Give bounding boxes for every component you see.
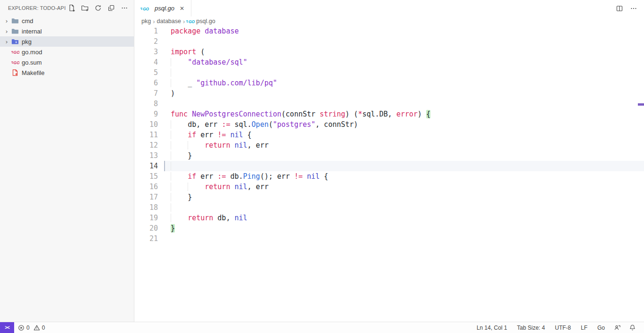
more-actions-icon[interactable] (120, 3, 129, 13)
code-line[interactable]: 15 if err := db.Ping(); err != nil { (134, 171, 644, 182)
line-number: 16 (134, 182, 158, 192)
go-file-icon: GO (141, 5, 149, 12)
svg-text:GO: GO (13, 50, 19, 55)
gutter-spacer (158, 150, 164, 161)
code-line[interactable]: 11 if err != nil { (134, 130, 644, 140)
error-count: 0 (26, 325, 30, 331)
breadcrumb-item-pkg[interactable]: pkg (141, 18, 151, 25)
code-line-content: if err := db.Ping(); err != nil { (164, 171, 644, 182)
gutter-spacer (158, 109, 164, 119)
new-file-icon[interactable] (67, 3, 76, 13)
code-line[interactable]: 18 (134, 202, 644, 213)
split-editor-icon[interactable] (616, 5, 623, 12)
breadcrumb-item-database[interactable]: database (157, 18, 181, 25)
file-tree: ›cmd›internal›pkgGOgo.modGOgo.sumMakefil… (0, 16, 134, 322)
tree-item-pkg[interactable]: ›pkg (0, 36, 134, 47)
remote-indicator-button[interactable]: >< (0, 322, 14, 333)
code-line-content: db, err := sql.Open("postgres", connStr) (164, 119, 644, 130)
tree-item-go-mod[interactable]: GOgo.mod (0, 47, 134, 57)
code-line[interactable]: 17 } (134, 192, 644, 202)
line-number: 19 (134, 213, 158, 223)
code-line-content (164, 161, 644, 171)
feedback-icon[interactable] (611, 322, 623, 333)
gutter-spacer (158, 233, 164, 244)
chevron-right-icon: › (3, 38, 10, 45)
new-folder-icon[interactable] (80, 3, 90, 13)
tab-close-icon[interactable]: ✕ (178, 4, 186, 13)
breadcrumb-item-psql-go[interactable]: GO psql.go (187, 17, 215, 25)
language-mode[interactable]: Go (594, 322, 608, 333)
code-editor[interactable]: 1package database23import (4 "database/s… (134, 26, 644, 322)
code-line-content: package database (164, 26, 644, 36)
line-number: 13 (134, 150, 158, 161)
code-line[interactable]: 21 (134, 233, 644, 244)
code-line[interactable]: 8 (134, 99, 644, 109)
gutter-spacer (158, 213, 164, 223)
overview-ruler-decoration (638, 103, 644, 106)
code-line[interactable]: 13 } (134, 150, 644, 161)
problems-button[interactable]: 0 0 (14, 322, 49, 333)
breadcrumb: pkg › database › GO psql.go (134, 17, 644, 26)
chevron-right-icon: › (183, 18, 185, 25)
line-number: 10 (134, 119, 158, 130)
tree-item-cmd[interactable]: ›cmd (0, 16, 134, 26)
warning-icon (33, 325, 40, 331)
gutter-spacer (158, 171, 164, 182)
line-number: 7 (134, 88, 158, 99)
line-number: 3 (134, 47, 158, 57)
editor-more-actions-icon[interactable] (630, 5, 637, 12)
explorer-header: EXPLORER: TODO-API (0, 0, 134, 16)
notifications-bell-icon[interactable] (627, 322, 638, 333)
editor-group: GO psql.go ✕ (134, 0, 644, 322)
code-line[interactable]: 5 (134, 67, 644, 78)
line-number: 20 (134, 223, 158, 233)
makefile-icon (11, 69, 19, 76)
code-line-content: if err != nil { (164, 130, 644, 140)
tree-item-makefile[interactable]: Makefile (0, 67, 134, 78)
code-line-content (164, 36, 644, 47)
line-number: 2 (134, 36, 158, 47)
tree-item-go-sum[interactable]: GOgo.sum (0, 57, 134, 67)
tree-item-label: Makefile (22, 69, 44, 76)
code-line-content: return db, nil (164, 213, 644, 223)
code-line[interactable]: 16 return nil, err (134, 182, 644, 192)
eol-sequence[interactable]: LF (578, 322, 591, 333)
code-line[interactable]: 1package database (134, 26, 644, 36)
tab-bar: GO psql.go ✕ (134, 0, 644, 17)
go-file-icon: GO (187, 17, 194, 25)
tree-item-label: cmd (22, 17, 33, 25)
code-line[interactable]: 6 _ "github.com/lib/pq" (134, 78, 644, 88)
line-number: 14 (134, 161, 158, 171)
tab-psql-go[interactable]: GO psql.go ✕ (134, 0, 191, 17)
error-icon (18, 325, 25, 331)
code-line[interactable]: 20} (134, 223, 644, 233)
chevron-right-icon: › (3, 17, 10, 25)
tree-item-label: go.mod (22, 49, 42, 56)
tree-item-internal[interactable]: ›internal (0, 26, 134, 36)
gutter-spacer (158, 47, 164, 57)
code-line[interactable]: 14 (134, 161, 644, 171)
folder-icon (11, 27, 19, 35)
explorer-title: EXPLORER: TODO-API (8, 5, 67, 11)
code-line[interactable]: 9func NewPostgresConnection(connStr stri… (134, 109, 644, 119)
code-line[interactable]: 19 return db, nil (134, 213, 644, 223)
line-number: 15 (134, 171, 158, 182)
gutter-spacer (158, 36, 164, 47)
gutter-spacer (158, 161, 164, 171)
code-line-content: } (164, 223, 644, 233)
tree-item-label: go.sum (22, 59, 42, 66)
code-line[interactable]: 4 "database/sql" (134, 57, 644, 67)
refresh-icon[interactable] (93, 3, 103, 13)
code-line[interactable]: 7) (134, 88, 644, 99)
code-line[interactable]: 2 (134, 36, 644, 47)
code-line[interactable]: 12 return nil, err (134, 140, 644, 150)
tab-size[interactable]: Tab Size: 4 (514, 322, 548, 333)
cursor-position[interactable]: Ln 14, Col 1 (473, 322, 511, 333)
gutter-spacer (158, 182, 164, 192)
encoding[interactable]: UTF-8 (552, 322, 574, 333)
collapse-folders-icon[interactable] (107, 3, 116, 13)
gutter-spacer (158, 202, 164, 213)
code-line[interactable]: 3import ( (134, 47, 644, 57)
code-line[interactable]: 10 db, err := sql.Open("postgres", connS… (134, 119, 644, 130)
go-file-icon: GO (11, 48, 19, 56)
